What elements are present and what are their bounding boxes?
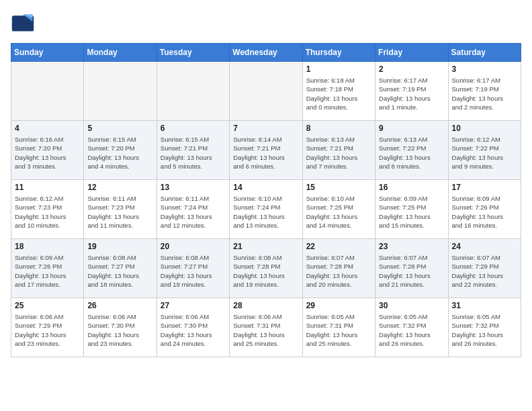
day-number: 22: [306, 242, 371, 251]
day-cell: 7Sunrise: 6:14 AM Sunset: 7:21 PM Daylig…: [230, 121, 302, 180]
day-number: 24: [452, 242, 517, 251]
day-info: Sunrise: 6:17 AM Sunset: 7:19 PM Dayligh…: [452, 76, 517, 111]
day-number: 25: [15, 301, 80, 310]
day-info: Sunrise: 6:06 AM Sunset: 7:31 PM Dayligh…: [233, 312, 298, 348]
day-cell: 20Sunrise: 6:08 AM Sunset: 7:27 PM Dayli…: [157, 239, 229, 298]
day-info: Sunrise: 6:07 AM Sunset: 7:29 PM Dayligh…: [452, 253, 517, 289]
day-cell: 2Sunrise: 6:17 AM Sunset: 7:19 PM Daylig…: [375, 62, 448, 121]
day-cell: [11, 62, 84, 121]
day-info: Sunrise: 6:09 AM Sunset: 7:26 PM Dayligh…: [15, 253, 80, 289]
day-info: Sunrise: 6:15 AM Sunset: 7:20 PM Dayligh…: [87, 135, 152, 171]
day-info: Sunrise: 6:06 AM Sunset: 7:30 PM Dayligh…: [87, 312, 152, 348]
weekday-header-friday: Friday: [375, 44, 448, 62]
weekday-header-sunday: Sunday: [11, 44, 84, 62]
weekday-header-thursday: Thursday: [302, 44, 375, 62]
week-row-5: 25Sunrise: 6:06 AM Sunset: 7:29 PM Dayli…: [11, 298, 521, 357]
day-cell: 27Sunrise: 6:06 AM Sunset: 7:30 PM Dayli…: [157, 298, 229, 357]
day-cell: [230, 62, 302, 121]
day-number: 20: [161, 242, 226, 251]
week-row-1: 1Sunrise: 6:18 AM Sunset: 7:18 PM Daylig…: [11, 62, 521, 121]
day-info: Sunrise: 6:06 AM Sunset: 7:30 PM Dayligh…: [161, 312, 226, 348]
day-number: 12: [87, 183, 152, 192]
weekday-header-saturday: Saturday: [448, 44, 521, 62]
day-number: 15: [306, 183, 371, 192]
day-number: 7: [233, 124, 298, 133]
day-cell: 15Sunrise: 6:10 AM Sunset: 7:25 PM Dayli…: [302, 180, 375, 239]
day-info: Sunrise: 6:15 AM Sunset: 7:21 PM Dayligh…: [161, 135, 226, 171]
day-number: 17: [452, 183, 517, 192]
weekday-header-wednesday: Wednesday: [230, 44, 302, 62]
day-cell: 26Sunrise: 6:06 AM Sunset: 7:30 PM Dayli…: [84, 298, 157, 357]
day-info: Sunrise: 6:13 AM Sunset: 7:22 PM Dayligh…: [379, 135, 444, 171]
day-info: Sunrise: 6:16 AM Sunset: 7:20 PM Dayligh…: [15, 135, 80, 171]
day-cell: 23Sunrise: 6:07 AM Sunset: 7:28 PM Dayli…: [375, 239, 448, 298]
day-number: 6: [161, 124, 226, 133]
logo: [11, 11, 39, 35]
day-cell: 19Sunrise: 6:08 AM Sunset: 7:27 PM Dayli…: [84, 239, 157, 298]
page-header: [11, 11, 521, 35]
day-cell: 17Sunrise: 6:09 AM Sunset: 7:26 PM Dayli…: [448, 180, 521, 239]
day-number: 18: [15, 242, 80, 251]
day-number: 30: [379, 301, 444, 310]
day-info: Sunrise: 6:06 AM Sunset: 7:29 PM Dayligh…: [15, 312, 80, 348]
day-info: Sunrise: 6:10 AM Sunset: 7:25 PM Dayligh…: [306, 194, 371, 230]
week-row-4: 18Sunrise: 6:09 AM Sunset: 7:26 PM Dayli…: [11, 239, 521, 298]
day-number: 29: [306, 301, 371, 310]
day-number: 1: [306, 64, 371, 74]
logo-icon: [11, 11, 35, 35]
day-number: 28: [233, 301, 298, 310]
day-number: 11: [15, 183, 80, 192]
day-cell: 29Sunrise: 6:05 AM Sunset: 7:31 PM Dayli…: [302, 298, 375, 357]
day-info: Sunrise: 6:14 AM Sunset: 7:21 PM Dayligh…: [233, 135, 298, 171]
day-info: Sunrise: 6:13 AM Sunset: 7:21 PM Dayligh…: [306, 135, 371, 171]
day-info: Sunrise: 6:10 AM Sunset: 7:24 PM Dayligh…: [233, 194, 298, 230]
day-cell: [157, 62, 229, 121]
day-cell: 25Sunrise: 6:06 AM Sunset: 7:29 PM Dayli…: [11, 298, 84, 357]
day-cell: 13Sunrise: 6:11 AM Sunset: 7:24 PM Dayli…: [157, 180, 229, 239]
day-cell: 22Sunrise: 6:07 AM Sunset: 7:28 PM Dayli…: [302, 239, 375, 298]
day-info: Sunrise: 6:12 AM Sunset: 7:22 PM Dayligh…: [452, 135, 517, 171]
day-number: 2: [379, 64, 444, 74]
week-row-3: 11Sunrise: 6:12 AM Sunset: 7:23 PM Dayli…: [11, 180, 521, 239]
day-info: Sunrise: 6:12 AM Sunset: 7:23 PM Dayligh…: [15, 194, 80, 230]
day-info: Sunrise: 6:05 AM Sunset: 7:32 PM Dayligh…: [379, 312, 444, 348]
day-cell: 10Sunrise: 6:12 AM Sunset: 7:22 PM Dayli…: [448, 121, 521, 180]
day-number: 3: [452, 64, 517, 74]
day-number: 8: [306, 124, 371, 133]
day-number: 9: [379, 124, 444, 133]
day-info: Sunrise: 6:18 AM Sunset: 7:18 PM Dayligh…: [306, 76, 371, 111]
day-cell: 5Sunrise: 6:15 AM Sunset: 7:20 PM Daylig…: [84, 121, 157, 180]
day-info: Sunrise: 6:07 AM Sunset: 7:28 PM Dayligh…: [379, 253, 444, 289]
day-number: 13: [161, 183, 226, 192]
day-number: 27: [161, 301, 226, 310]
day-cell: 8Sunrise: 6:13 AM Sunset: 7:21 PM Daylig…: [302, 121, 375, 180]
day-number: 5: [87, 124, 152, 133]
day-cell: 12Sunrise: 6:11 AM Sunset: 7:23 PM Dayli…: [84, 180, 157, 239]
week-row-2: 4Sunrise: 6:16 AM Sunset: 7:20 PM Daylig…: [11, 121, 521, 180]
day-cell: 14Sunrise: 6:10 AM Sunset: 7:24 PM Dayli…: [230, 180, 302, 239]
day-cell: 4Sunrise: 6:16 AM Sunset: 7:20 PM Daylig…: [11, 121, 84, 180]
day-number: 21: [233, 242, 298, 251]
day-number: 19: [87, 242, 152, 251]
day-cell: 28Sunrise: 6:06 AM Sunset: 7:31 PM Dayli…: [230, 298, 302, 357]
weekday-header-monday: Monday: [84, 44, 157, 62]
day-info: Sunrise: 6:05 AM Sunset: 7:32 PM Dayligh…: [452, 312, 517, 348]
day-cell: 18Sunrise: 6:09 AM Sunset: 7:26 PM Dayli…: [11, 239, 84, 298]
day-number: 10: [452, 124, 517, 133]
day-cell: 24Sunrise: 6:07 AM Sunset: 7:29 PM Dayli…: [448, 239, 521, 298]
day-info: Sunrise: 6:08 AM Sunset: 7:27 PM Dayligh…: [87, 253, 152, 289]
day-info: Sunrise: 6:09 AM Sunset: 7:25 PM Dayligh…: [379, 194, 444, 230]
weekday-header-row: SundayMondayTuesdayWednesdayThursdayFrid…: [11, 44, 521, 62]
calendar-table: SundayMondayTuesdayWednesdayThursdayFrid…: [11, 43, 521, 357]
day-number: 4: [15, 124, 80, 133]
day-cell: 11Sunrise: 6:12 AM Sunset: 7:23 PM Dayli…: [11, 180, 84, 239]
weekday-header-tuesday: Tuesday: [157, 44, 229, 62]
day-number: 16: [379, 183, 444, 192]
day-number: 23: [379, 242, 444, 251]
day-info: Sunrise: 6:11 AM Sunset: 7:24 PM Dayligh…: [161, 194, 226, 230]
day-info: Sunrise: 6:17 AM Sunset: 7:19 PM Dayligh…: [379, 76, 444, 111]
day-info: Sunrise: 6:07 AM Sunset: 7:28 PM Dayligh…: [306, 253, 371, 289]
day-cell: 6Sunrise: 6:15 AM Sunset: 7:21 PM Daylig…: [157, 121, 229, 180]
day-cell: 21Sunrise: 6:08 AM Sunset: 7:28 PM Dayli…: [230, 239, 302, 298]
day-number: 14: [233, 183, 298, 192]
